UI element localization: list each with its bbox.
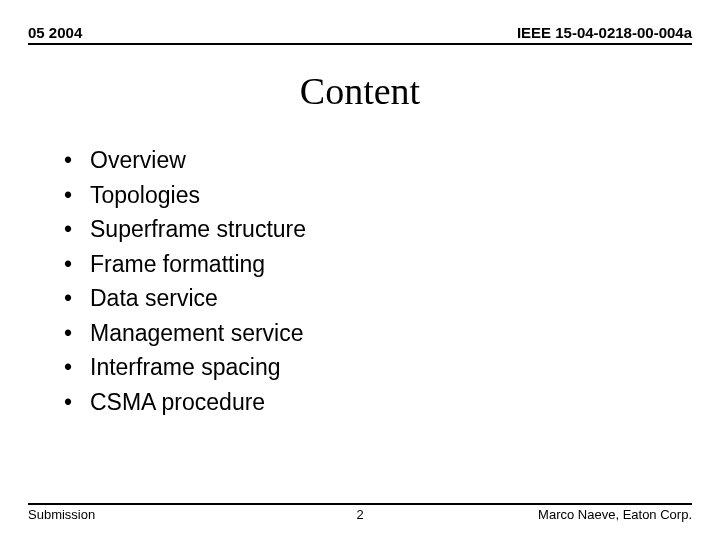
list-item-label: Management service	[90, 316, 304, 351]
bullet-icon: •	[64, 212, 90, 247]
bullet-icon: •	[64, 281, 90, 316]
header-docid: IEEE 15-04-0218-00-004a	[517, 24, 692, 41]
list-item-label: Topologies	[90, 178, 200, 213]
bullet-icon: •	[64, 143, 90, 178]
list-item: •Data service	[64, 281, 692, 316]
list-item: •Superframe structure	[64, 212, 692, 247]
header-date: 05 2004	[28, 24, 82, 41]
list-item-label: Overview	[90, 143, 186, 178]
list-item-label: CSMA procedure	[90, 385, 265, 420]
bullet-icon: •	[64, 316, 90, 351]
slide: 05 2004 IEEE 15-04-0218-00-004a Content …	[0, 0, 720, 540]
list-item-label: Data service	[90, 281, 218, 316]
footer-left: Submission	[28, 507, 95, 522]
bullet-icon: •	[64, 178, 90, 213]
footer-divider	[28, 503, 692, 505]
slide-footer: Submission 2 Marco Naeve, Eaton Corp.	[28, 503, 692, 522]
list-item: •Management service	[64, 316, 692, 351]
list-item-label: Superframe structure	[90, 212, 306, 247]
footer-row: Submission 2 Marco Naeve, Eaton Corp.	[28, 507, 692, 522]
list-item: •CSMA procedure	[64, 385, 692, 420]
list-item: •Interframe spacing	[64, 350, 692, 385]
footer-page-number: 2	[356, 507, 363, 522]
list-item: •Overview	[64, 143, 692, 178]
list-item-label: Frame formatting	[90, 247, 265, 282]
list-item-label: Interframe spacing	[90, 350, 280, 385]
content-list: •Overview •Topologies •Superframe struct…	[28, 143, 692, 419]
bullet-icon: •	[64, 385, 90, 420]
slide-header: 05 2004 IEEE 15-04-0218-00-004a	[28, 24, 692, 45]
footer-author: Marco Naeve, Eaton Corp.	[538, 507, 692, 522]
bullet-icon: •	[64, 350, 90, 385]
list-item: •Frame formatting	[64, 247, 692, 282]
bullet-icon: •	[64, 247, 90, 282]
list-item: •Topologies	[64, 178, 692, 213]
slide-title: Content	[28, 69, 692, 113]
